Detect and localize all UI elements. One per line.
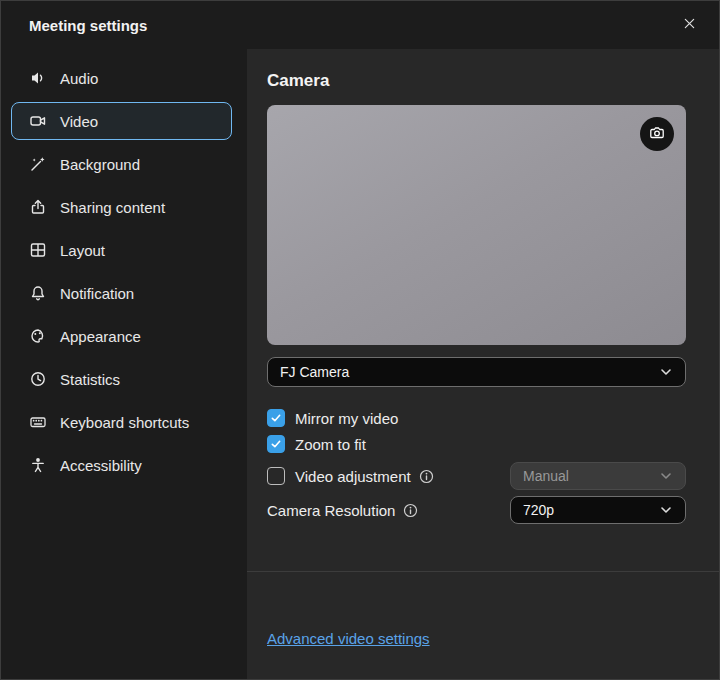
palette-icon (29, 327, 47, 345)
sidebar-item-background[interactable]: Background (11, 145, 232, 183)
sidebar-item-keyboard-shortcuts[interactable]: Keyboard shortcuts (11, 403, 232, 441)
video-adjustment-info-icon[interactable] (419, 469, 434, 484)
mirror-video-checkbox[interactable] (267, 409, 285, 427)
zoom-to-fit-row: Zoom to fit (267, 431, 686, 457)
flip-camera-button[interactable] (640, 117, 674, 151)
speaker-icon (29, 69, 47, 87)
video-adjustment-row: Video adjustment Manual (267, 461, 686, 491)
meeting-settings-dialog: { "window": { "title": "Meeting settings… (0, 0, 720, 680)
mirror-video-row: Mirror my video (267, 405, 686, 431)
sidebar-item-label: Audio (60, 70, 98, 87)
advanced-video-settings-link[interactable]: Advanced video settings (267, 630, 430, 647)
camera-resolution-select-value: 720p (523, 502, 554, 518)
sidebar-item-label: Accessibility (60, 457, 142, 474)
section-divider (247, 571, 719, 572)
video-camera-icon (29, 112, 47, 130)
dialog-body: Audio Video Background Sharing content L (1, 49, 719, 680)
close-button[interactable] (673, 9, 705, 41)
magic-wand-icon (29, 155, 47, 173)
camera-resolution-select[interactable]: 720p (510, 496, 686, 524)
sidebar-item-label: Sharing content (60, 199, 165, 216)
sidebar-item-notification[interactable]: Notification (11, 274, 232, 312)
titlebar: Meeting settings (1, 1, 719, 49)
close-icon (682, 16, 697, 34)
sidebar-item-label: Video (60, 113, 98, 130)
sidebar-item-label: Notification (60, 285, 134, 302)
sidebar-item-video[interactable]: Video (11, 102, 232, 140)
sidebar-item-label: Background (60, 156, 140, 173)
camera-flip-icon (648, 124, 666, 145)
grid-icon (29, 241, 47, 259)
sidebar-item-label: Keyboard shortcuts (60, 414, 189, 431)
clock-icon (29, 370, 47, 388)
video-adjustment-select[interactable]: Manual (510, 462, 686, 490)
sidebar-item-sharing-content[interactable]: Sharing content (11, 188, 232, 226)
sidebar-item-accessibility[interactable]: Accessibility (11, 446, 232, 484)
camera-settings-panel: Camera FJ Camera Mirror my video (247, 49, 719, 680)
camera-options: Mirror my video Zoom to fit Video adjust… (267, 405, 686, 525)
settings-sidebar: Audio Video Background Sharing content L (1, 49, 247, 680)
sidebar-item-label: Statistics (60, 371, 120, 388)
camera-device-select[interactable]: FJ Camera (267, 357, 686, 387)
chevron-down-icon (659, 469, 673, 483)
chevron-down-icon (659, 365, 673, 379)
person-icon (29, 456, 47, 474)
keyboard-icon (29, 413, 47, 431)
sidebar-item-label: Appearance (60, 328, 141, 345)
section-title: Camera (267, 71, 686, 91)
sidebar-item-statistics[interactable]: Statistics (11, 360, 232, 398)
zoom-to-fit-label: Zoom to fit (295, 436, 366, 453)
bell-icon (29, 284, 47, 302)
camera-preview (267, 105, 686, 345)
video-adjustment-checkbox[interactable] (267, 467, 285, 485)
sidebar-item-label: Layout (60, 242, 105, 259)
video-adjustment-label: Video adjustment (295, 468, 411, 485)
camera-resolution-info-icon[interactable] (403, 503, 418, 518)
sidebar-item-layout[interactable]: Layout (11, 231, 232, 269)
share-icon (29, 198, 47, 216)
video-adjustment-select-value: Manual (523, 468, 569, 484)
zoom-to-fit-checkbox[interactable] (267, 435, 285, 453)
sidebar-item-audio[interactable]: Audio (11, 59, 232, 97)
dialog-title: Meeting settings (29, 17, 147, 34)
mirror-video-label: Mirror my video (295, 410, 398, 427)
camera-resolution-row: Camera Resolution 720p (267, 495, 686, 525)
camera-device-value: FJ Camera (280, 364, 349, 380)
sidebar-item-appearance[interactable]: Appearance (11, 317, 232, 355)
chevron-down-icon (659, 503, 673, 517)
camera-resolution-label: Camera Resolution (267, 502, 395, 519)
